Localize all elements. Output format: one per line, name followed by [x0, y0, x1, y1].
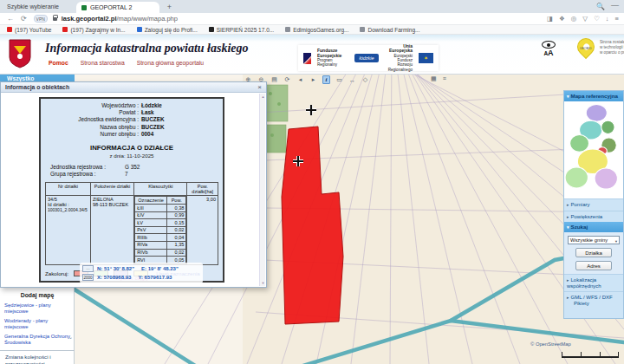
table-row: 34/5 Id działki : 100301_2.0004.34/5 ZIE…: [46, 196, 218, 264]
prev-view-icon[interactable]: ◂: [296, 76, 304, 83]
speed-dial-tab[interactable]: Szybkie wybieranie: [7, 3, 59, 10]
bookmark-item[interactable]: Download Farming...: [360, 27, 419, 33]
gminas-map[interactable]: [564, 101, 623, 197]
measure-length-icon[interactable]: ↔: [348, 77, 356, 83]
land-class-table: OznaczeniePow. ŁIII0,38 ŁIV0,99 ŁV0,15 P…: [134, 196, 186, 263]
chevron-down-icon: ▾: [567, 94, 569, 99]
url-host: lask.geoportal2.pl: [62, 15, 117, 23]
next-view-icon[interactable]: ▸: [309, 76, 317, 83]
url-text[interactable]: lask.geoportal2.pl/map/www/mapa.php: [62, 15, 178, 23]
scroll-up-icon[interactable]: ▲: [260, 94, 266, 99]
section-date: z dnia: 11-10-2025: [45, 153, 218, 159]
info-row: Numer obrębu :0004: [45, 131, 218, 138]
print-map-icon[interactable]: ≡: [443, 75, 446, 82]
help-link[interactable]: Pomoc: [49, 60, 68, 66]
reload-icon[interactable]: ⟳: [21, 15, 27, 23]
refresh-map-icon[interactable]: ⟳: [283, 76, 291, 83]
panel-gml-wfs-dxf[interactable]: ▸GML / WFS / DXFPikiety: [564, 291, 623, 309]
menu-icon[interactable]: ≡: [615, 15, 619, 23]
new-tab-button[interactable]: +: [165, 3, 174, 12]
sidebar-item-wodzierady[interactable]: Wodzierady - plany miejscowe: [0, 316, 75, 332]
sidebar-item-sedziejowice[interactable]: Sędziejowice - plany miejscowe: [0, 301, 75, 316]
sidebar-panel-icon[interactable]: ◨: [547, 15, 553, 23]
panel-reference-map[interactable]: ▾Mapa referencyjna: [564, 91, 623, 101]
class-row: ŁIII0,38: [135, 205, 186, 212]
vendor-note: Strona została przygo w technologii firm…: [600, 40, 624, 55]
reorder-transparency-link[interactable]: Zmiana kolejności i przezroczystości: [0, 351, 75, 364]
search-area: Wszystkie gminy▼ Działka Adres: [564, 232, 623, 274]
geoportal-home-link[interactable]: Strona główna geoportalu: [137, 60, 204, 66]
chevron-right-icon: ▸: [567, 214, 569, 219]
downloads-icon[interactable]: ↓: [606, 15, 609, 23]
chevron-right-icon: ▸: [567, 295, 569, 300]
eu-funds-label: Fundusze Europejskie: [317, 49, 348, 58]
back-icon[interactable]: ←: [7, 15, 14, 23]
bookmark-item[interactable]: SIERPIEŃ 2025 17.0...: [209, 27, 274, 33]
browser-tab-geoportal[interactable]: GEOPORTAL 2: [76, 2, 159, 13]
forest-patch: [263, 85, 288, 121]
bookmark-item[interactable]: EdlmigosGames.org...: [285, 27, 348, 33]
bookmark-item[interactable]: (197) YouTube: [7, 27, 51, 33]
class-row: RIVb0,02: [135, 249, 186, 257]
translate-icon[interactable]: ◎: [571, 15, 577, 23]
class-row: RIVa1,35: [135, 241, 186, 249]
object-info-popup: Informacja o obiektach × ▲ ▼ Województwo…: [0, 81, 267, 288]
bookmark-favicon-icon: [360, 27, 365, 32]
select-rect-icon[interactable]: ▭: [335, 76, 343, 83]
full-extent-icon[interactable]: ▤: [270, 76, 278, 83]
bookmark-item[interactable]: Zaloguj się do Profi...: [137, 27, 198, 33]
info-row: Województwo :Łódzkie: [45, 102, 218, 109]
search-address-button[interactable]: Adres: [575, 261, 612, 270]
bookmark-favicon-icon: [209, 27, 214, 32]
popup-scrollbar[interactable]: ▲ ▼: [259, 94, 265, 286]
parcel-area-cell: 3,00: [187, 196, 218, 264]
browser-addressbar: ← ⟳ VPN lask.geoportal2.pl/map/www/mapa.…: [0, 13, 624, 25]
popup-titlebar[interactable]: Informacja o obiektach ×: [1, 82, 266, 93]
vpn-badge-icon[interactable]: VPN: [34, 15, 48, 23]
favorites-icon[interactable]: ♡: [594, 15, 600, 23]
panel-zooms[interactable]: ▸Powiększenia: [564, 211, 623, 223]
reference-minimap[interactable]: [564, 101, 623, 198]
lock-icon[interactable]: [53, 17, 57, 21]
extension-icon[interactable]: ❖: [559, 15, 565, 23]
gmina-select[interactable]: Wszystkie gminy▼: [568, 236, 620, 244]
tab-favicon-icon: [81, 5, 87, 10]
eu-funds-sub: Program Regionalny: [317, 58, 337, 67]
accessibility-control[interactable]: AA: [537, 41, 560, 57]
bookmark-favicon-icon: [285, 27, 290, 32]
chevron-down-icon: ▾: [567, 224, 569, 230]
land-class-cell: OznaczeniePow. ŁIII0,38 ŁIV0,99 ŁV0,15 P…: [134, 196, 187, 264]
layers-icon[interactable]: ▦: [431, 75, 437, 82]
tab-search-icon[interactable]: 🔍: [596, 3, 605, 10]
map-attribution[interactable]: © OpenStreetMap: [530, 341, 571, 347]
bookmarks-bar: (197) YouTube (197) Zagrajmy w In... Zal…: [0, 25, 624, 35]
bookmark-item[interactable]: (197) Zagrajmy w In...: [62, 27, 125, 33]
class-row: RIIIb0,04: [135, 234, 186, 242]
scale-bar: [562, 354, 619, 358]
panel-locate-coordinates[interactable]: ▸Lokalizacja współrzędnych: [564, 274, 623, 291]
eu-funding-logos: Fundusze EuropejskieProgram Regionalny ł…: [298, 45, 439, 71]
search-parcel-button[interactable]: Działka: [575, 248, 612, 257]
starostwo-link[interactable]: Strona starostwa: [81, 60, 125, 66]
sidebar-item-gdos[interactable]: Generalna Dyrekcja Ochrony Środowiska: [0, 332, 75, 348]
coordinates-panel: ··· N: 51° 30' 8.82" E: 19° 8' 48.23" 20…: [80, 263, 203, 283]
contrast-eye-icon[interactable]: [542, 41, 556, 49]
measure-area-icon[interactable]: ◇: [361, 76, 369, 83]
wgs84-icon[interactable]: ···: [82, 265, 94, 272]
crs-2000-toggle[interactable]: 2000: [82, 274, 94, 281]
section-title: INFORMACJA O DZIAŁCE: [45, 144, 218, 152]
forest-patch: [265, 125, 286, 153]
register-row: Jednostka rejestrowa :G 352: [50, 164, 218, 171]
panel-measurements[interactable]: ▸Pomiary: [564, 198, 623, 211]
scroll-down-icon[interactable]: ⌄: [68, 334, 73, 340]
share-icon[interactable]: ▽: [582, 15, 588, 23]
table-header-row: Nr działki Położenie działki Klasoużytki…: [46, 183, 218, 196]
scroll-down-icon[interactable]: ▼: [260, 281, 266, 285]
window-minimize-icon[interactable]: —: [611, 1, 619, 10]
info-row: Powiat :Łask: [45, 109, 218, 116]
info-tool-icon[interactable]: i: [322, 75, 330, 84]
close-icon[interactable]: ×: [257, 83, 262, 91]
coords-geographic-row: ··· N: 51° 30' 8.82" E: 19° 8' 48.23": [82, 264, 200, 273]
geobid-pin-icon: GEOBID: [574, 35, 598, 59]
panel-search[interactable]: ▾Szukaj: [564, 222, 623, 232]
